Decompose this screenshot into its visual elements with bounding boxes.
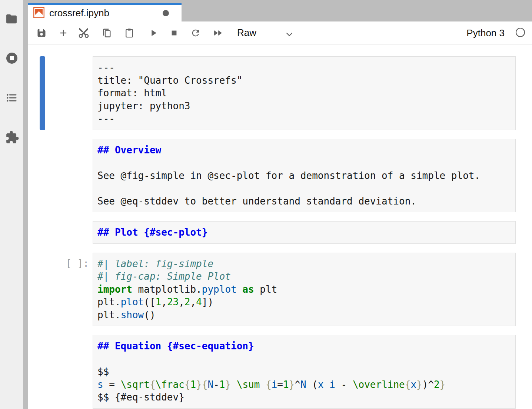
stop-circle-icon <box>5 51 19 65</box>
sidebar-item-table-of-contents[interactable] <box>6 92 17 104</box>
cell-editor[interactable]: ## Overview See @fig-simple in @sec-plot… <box>93 139 516 213</box>
run-cell-button[interactable] <box>148 28 159 38</box>
markdown-cell: ## Plot {#sec-plot} <box>28 221 532 244</box>
cell-type-dropdown[interactable]: Raw <box>237 27 256 39</box>
fast-forward-icon <box>212 28 224 38</box>
sidebar-item-extensions[interactable] <box>5 130 19 144</box>
cell-collapser[interactable] <box>40 253 45 326</box>
cell-collapser[interactable] <box>40 335 45 409</box>
play-icon <box>148 28 159 38</box>
save-button[interactable] <box>36 28 47 38</box>
cell-editor[interactable]: ---title: "Quarto Crossrefs"format: html… <box>93 56 516 130</box>
cell-prompt <box>45 221 93 244</box>
notebook-icon <box>33 7 44 20</box>
cell-editor[interactable]: ## Plot {#sec-plot} <box>93 221 516 244</box>
plus-icon <box>58 28 69 38</box>
raw-cell: ---title: "Quarto Crossrefs"format: html… <box>28 56 532 130</box>
restart-run-all-button[interactable] <box>212 28 224 38</box>
cell-prompt <box>45 56 93 130</box>
cell-collapser[interactable] <box>40 56 45 130</box>
copy-icon <box>102 28 112 38</box>
restart-icon <box>190 28 201 38</box>
unsaved-changes-dot[interactable] <box>163 10 169 16</box>
activity-bar <box>0 0 23 409</box>
scissors-icon <box>78 27 90 39</box>
list-icon <box>6 92 17 104</box>
sidebar-item-file-browser[interactable] <box>5 13 18 24</box>
folder-icon <box>5 13 18 24</box>
tab-title: crossref.ipynb <box>49 7 109 19</box>
notebook-toolbar: Raw Python 3 <box>28 21 532 44</box>
kernel-name[interactable]: Python 3 <box>466 27 505 39</box>
insert-cell-button[interactable] <box>58 28 69 38</box>
interrupt-kernel-button[interactable] <box>169 28 179 38</box>
copy-cells-button[interactable] <box>102 28 112 38</box>
restart-kernel-button[interactable] <box>190 28 201 38</box>
cell-collapser[interactable] <box>40 221 45 244</box>
puzzle-icon <box>5 130 19 144</box>
cell-editor[interactable]: ## Equation {#sec-equation} $$s = \sqrt{… <box>93 335 516 409</box>
cut-cells-button[interactable] <box>78 27 90 39</box>
tab-bar: crossref.ipynb <box>28 0 532 21</box>
kernel-status-icon[interactable] <box>515 27 525 37</box>
main-panel: crossref.ipynb Raw <box>28 0 532 409</box>
cell-collapser[interactable] <box>40 139 45 213</box>
cell-prompt <box>45 139 93 213</box>
cell-prompt: [ ]: <box>45 253 93 326</box>
markdown-cell: ## Equation {#sec-equation} $$s = \sqrt{… <box>28 335 532 409</box>
clipboard-icon <box>124 28 134 38</box>
tab-crossref-ipynb[interactable]: crossref.ipynb <box>28 3 182 21</box>
stop-icon <box>169 28 179 38</box>
markdown-cell: ## Overview See @fig-simple in @sec-plot… <box>28 139 532 213</box>
cell-prompt <box>45 335 93 409</box>
notebook-cells: ---title: "Quarto Crossrefs"format: html… <box>28 44 532 409</box>
paste-cells-button[interactable] <box>124 28 134 38</box>
sidebar-item-running-sessions[interactable] <box>5 51 19 65</box>
code-cell: [ ]:#| label: fig-simple#| fig-cap: Simp… <box>28 253 532 326</box>
dock-panel-gutter <box>23 0 28 409</box>
chevron-down-icon[interactable] <box>285 29 294 39</box>
cell-editor[interactable]: #| label: fig-simple#| fig-cap: Simple P… <box>93 253 516 326</box>
